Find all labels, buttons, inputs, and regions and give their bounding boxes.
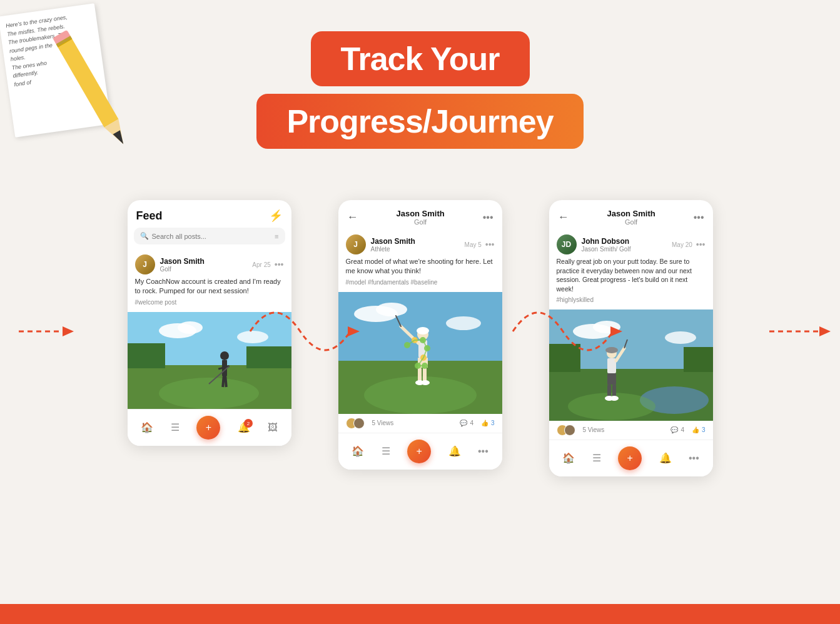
- hero-section: Track Your Progress/Journey: [0, 31, 840, 149]
- post-tags-1: #welcome post: [135, 299, 284, 306]
- like-icon-2[interactable]: 👍 3: [481, 420, 495, 426]
- svg-rect-64: [607, 385, 611, 397]
- more-options-3[interactable]: •••: [696, 239, 706, 249]
- headline-line1: Track Your: [311, 31, 530, 86]
- svg-rect-19: [246, 346, 291, 368]
- comment-icon-2[interactable]: 💬 4: [460, 420, 473, 426]
- nav-bell-2[interactable]: 🔔: [448, 445, 461, 457]
- svg-point-14: [178, 321, 203, 334]
- headline-line2: Progress/Journey: [256, 94, 583, 149]
- post-username-1: Jason Smith: [160, 257, 205, 266]
- phone2-header: ← Jason Smith Golf •••: [338, 200, 502, 229]
- phone3: ← Jason Smith Golf ••• JD John Dobson Ja…: [549, 200, 713, 476]
- nav-bell-3[interactable]: 🔔: [659, 452, 672, 464]
- back-btn-2[interactable]: ←: [347, 211, 358, 224]
- post-username-3: John Dobson: [582, 237, 631, 246]
- phone2-sport: Golf: [396, 218, 444, 226]
- filter-icon[interactable]: ≡: [275, 233, 278, 240]
- post-sport-1: Golf: [160, 266, 205, 273]
- nav-plus-3[interactable]: +: [618, 446, 642, 470]
- phone2: ← Jason Smith Golf ••• J Jason Smith Ath…: [338, 200, 502, 470]
- lightning-icon: ⚡: [269, 209, 283, 223]
- more-btn-2[interactable]: •••: [483, 212, 493, 223]
- post-footer-3: 5 Views 💬 4 👍 3: [549, 421, 713, 440]
- avatar-jason-2: J: [346, 234, 366, 254]
- nav-home-3[interactable]: 🏠: [562, 452, 575, 464]
- svg-point-15: [237, 331, 268, 343]
- post-item-3: JD John Dobson Jason Smith/ Golf May 20 …: [549, 229, 713, 309]
- nav-list-1[interactable]: ☰: [171, 421, 180, 433]
- search-bar[interactable]: 🔍 ≡: [134, 228, 285, 244]
- svg-point-52: [665, 331, 696, 344]
- svg-point-59: [605, 347, 618, 353]
- back-btn-3[interactable]: ←: [558, 211, 569, 224]
- svg-rect-39: [423, 368, 427, 381]
- post-tags-2: #model #fundamentals #baseline: [346, 279, 495, 286]
- nav-plus-2[interactable]: +: [407, 440, 431, 463]
- more-options-1[interactable]: •••: [275, 259, 284, 269]
- comment-icon-3[interactable]: 💬 4: [670, 426, 684, 433]
- post-username-2: Jason Smith: [371, 237, 415, 246]
- nav-list-2[interactable]: ☰: [382, 445, 390, 457]
- phones-section: Feed ⚡ 🔍 ≡ J Jason Smith Golf A: [0, 200, 840, 476]
- svg-rect-63: [607, 373, 616, 385]
- avatar-jason: J: [135, 254, 155, 274]
- svg-point-28: [376, 303, 407, 316]
- post-text-1: My CoachNow account is created and I'm r…: [135, 277, 284, 296]
- phone3-header: ← Jason Smith Golf •••: [549, 200, 713, 229]
- nav-home-1[interactable]: 🏠: [141, 421, 153, 433]
- bottom-bar: [0, 604, 840, 624]
- search-icon: 🔍: [140, 232, 149, 240]
- phone3-title: Jason Smith: [607, 209, 655, 218]
- svg-point-41: [421, 380, 430, 385]
- phone3-nav: 🏠 ☰ + 🔔 •••: [549, 440, 713, 476]
- phone2-title: Jason Smith: [396, 209, 444, 218]
- svg-point-33: [417, 327, 429, 335]
- post-date-1: Apr 25: [252, 261, 270, 268]
- svg-marker-7: [63, 326, 74, 336]
- nav-bell-1[interactable]: 🔔 2: [238, 421, 250, 433]
- avatar-coach: JD: [557, 234, 577, 254]
- post-footer-2: 5 Views 💬 4 👍 3: [338, 414, 502, 433]
- post-date-3: May 20: [672, 241, 692, 248]
- phone2-nav: 🏠 ☰ + 🔔 •••: [338, 433, 502, 470]
- post-item-2: J Jason Smith Athlete May 5 ••• Great mo…: [338, 229, 502, 292]
- svg-rect-18: [128, 343, 165, 368]
- search-input[interactable]: [152, 233, 275, 240]
- like-icon-3[interactable]: 👍 3: [692, 426, 706, 433]
- post-text-3: Really great job on your putt today. Be …: [557, 257, 706, 294]
- nav-plus-1[interactable]: +: [196, 416, 220, 440]
- svg-point-17: [159, 378, 259, 409]
- phone1-nav: 🏠 ☰ + 🔔 2 🖼: [128, 409, 291, 446]
- post-role-3: Jason Smith/ Golf: [582, 246, 631, 253]
- views-2: 5 Views: [372, 420, 394, 426]
- svg-rect-65: [612, 385, 616, 397]
- post-text-2: Great model of what we're shooting for h…: [346, 257, 495, 276]
- nav-list-3[interactable]: ☰: [592, 452, 601, 464]
- post-role-2: Athlete: [371, 246, 415, 253]
- svg-rect-56: [549, 344, 580, 372]
- post-image-3: [549, 309, 713, 421]
- more-options-2[interactable]: •••: [485, 239, 495, 249]
- notification-badge: 2: [244, 419, 253, 428]
- post-item-1: J Jason Smith Golf Apr 25 ••• My CoachNo…: [128, 249, 291, 312]
- feed-title: Feed: [136, 209, 163, 223]
- svg-point-67: [610, 396, 619, 401]
- post-image-2: [338, 292, 502, 414]
- svg-point-51: [593, 321, 620, 333]
- post-image-1: [128, 312, 291, 409]
- post-date-2: May 5: [465, 241, 482, 248]
- nav-more-3[interactable]: •••: [689, 453, 699, 464]
- svg-rect-38: [418, 368, 422, 381]
- nav-home-2[interactable]: 🏠: [352, 445, 364, 457]
- phone1: Feed ⚡ 🔍 ≡ J Jason Smith Golf A: [128, 200, 291, 446]
- nav-image-1[interactable]: 🖼: [268, 422, 278, 433]
- feed-header: Feed ⚡: [128, 200, 291, 228]
- svg-marker-11: [819, 326, 831, 336]
- svg-point-20: [220, 351, 229, 360]
- svg-point-29: [446, 316, 481, 330]
- nav-more-2[interactable]: •••: [478, 446, 488, 457]
- svg-rect-57: [684, 347, 713, 372]
- phone3-sport: Golf: [607, 218, 655, 226]
- more-btn-3[interactable]: •••: [694, 212, 704, 223]
